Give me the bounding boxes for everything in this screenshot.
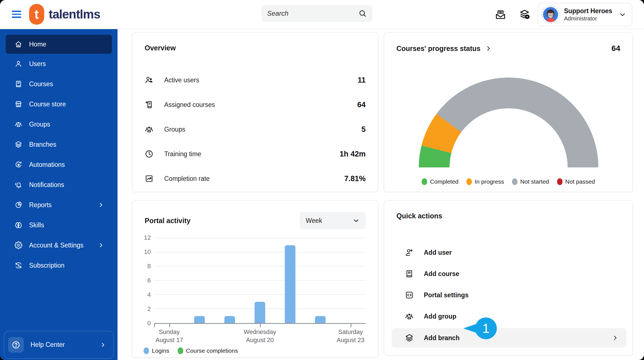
legend-label: Course completions: [186, 347, 238, 354]
portal-activity-card: Portal activity Week 024681012 SundayAug…: [132, 200, 378, 358]
y-axis-tick-label: 6: [147, 277, 151, 284]
quick-action-portal-settings[interactable]: Portal settings: [396, 284, 620, 306]
sidebar-item-users[interactable]: Users: [0, 54, 117, 74]
search-input[interactable]: [267, 10, 358, 17]
branch-switcher-icon[interactable]: [519, 9, 530, 20]
chevron-down-icon: [353, 217, 359, 224]
bar-logins: [285, 245, 295, 323]
chevron-right-icon: [100, 342, 106, 348]
help-tile: [8, 337, 24, 353]
sidebar-item-help-center[interactable]: Help Center: [4, 331, 114, 359]
sidebar-item-subscription[interactable]: $Subscription: [0, 255, 117, 275]
quick-action-add-group[interactable]: Add group: [396, 306, 620, 327]
range-select[interactable]: Week: [300, 212, 366, 229]
quick-action-label: Add course: [424, 270, 459, 278]
sidebar-item-label: Users: [29, 60, 46, 68]
search-box[interactable]: [262, 5, 372, 22]
bar-slot: [184, 238, 215, 323]
logo-mark-icon: t: [29, 4, 44, 25]
quick-action-label: Add group: [424, 313, 456, 320]
bar-logins: [255, 302, 265, 323]
portal-activity-title: Portal activity: [145, 217, 191, 225]
layers-icon: [405, 333, 414, 342]
search-icon[interactable]: [358, 9, 367, 18]
overview-row-training-time: Training time1h 42m: [145, 142, 366, 166]
progress-legend: CompletedIn progressNot startedNot passe…: [384, 178, 633, 185]
x-axis-tick-label: WednesdayAugust 20: [244, 328, 276, 344]
legend-dot: [512, 178, 518, 185]
bar-logins: [315, 316, 326, 323]
assigned-courses-icon: [145, 100, 154, 109]
sidebar-item-automations[interactable]: Automations: [0, 155, 117, 175]
sidebar-item-label: Course store: [29, 100, 66, 108]
legend-dot: [466, 178, 472, 185]
chevron-right-icon: [612, 335, 619, 341]
bell-icon: [15, 181, 22, 189]
overview-row-active-users: Active users11: [145, 68, 366, 92]
sidebar-item-home[interactable]: Home: [6, 35, 112, 54]
legend-item-not-started: Not started: [512, 178, 549, 185]
sidebar: HomeUsersCoursesCourse storeGroupsBranch…: [0, 29, 117, 360]
quick-actions-title: Quick actions: [396, 212, 620, 220]
legend-item-not-passed: Not passed: [557, 178, 595, 185]
sidebar-item-courses[interactable]: Courses: [0, 74, 117, 94]
menu-toggle-button[interactable]: [12, 9, 22, 19]
axis-tick: [351, 324, 351, 327]
progress-title: Courses' progress status: [396, 45, 481, 53]
quick-action-label: Portal settings: [424, 291, 469, 299]
sidebar-item-label: Reports: [29, 201, 52, 209]
sidebar-item-label: Skills: [29, 221, 44, 229]
sidebar-item-groups[interactable]: Groups: [0, 114, 117, 134]
axis-tick: [260, 324, 261, 327]
legend-dot: [144, 347, 149, 354]
sidebar-item-label: Subscription: [29, 262, 65, 269]
clock-icon: [145, 149, 154, 158]
legend-item-in-progress: In progress: [466, 178, 504, 185]
sidebar-item-notifications[interactable]: Notifications: [0, 175, 117, 195]
group-icon: [15, 120, 22, 128]
sidebar-item-account-settings[interactable]: Account & Settings: [0, 235, 117, 255]
home-icon: [15, 40, 22, 48]
pie-icon: [15, 201, 22, 209]
top-bar: t talentlms: [0, 0, 644, 29]
legend-item-logins: Logins: [144, 347, 169, 354]
quick-action-add-user[interactable]: Add user: [396, 242, 620, 263]
portal-activity-legend: LoginsCourse completions: [144, 347, 238, 354]
user-menu[interactable]: Support Heroes Administrator: [538, 3, 632, 26]
bar-slot: [215, 238, 245, 323]
sidebar-item-course-store[interactable]: Course store: [0, 94, 117, 114]
x-axis-tick-label: SaturdayAugust 23: [337, 328, 364, 344]
bar-logins: [224, 316, 235, 323]
progress-total: 64: [612, 44, 620, 53]
user-icon: [15, 60, 22, 68]
range-select-value: Week: [306, 217, 322, 225]
legend-label: Completed: [430, 178, 459, 185]
quick-action-add-course[interactable]: Add course: [396, 263, 620, 284]
bar-slot: [335, 238, 366, 323]
y-axis-tick-label: 0: [147, 320, 151, 327]
overview-card: Overview Active users11Assigned courses6…: [132, 32, 378, 192]
bar-slot: [154, 238, 184, 323]
automation-icon: [15, 161, 22, 169]
overview-row-value: 7.81%: [344, 174, 366, 183]
sidebar-item-branches[interactable]: Branches: [0, 134, 117, 155]
overview-row-value: 64: [357, 100, 366, 109]
logo[interactable]: t talentlms: [29, 4, 100, 25]
progress-title-link[interactable]: Courses' progress status: [396, 45, 492, 53]
overview-row-value: 11: [358, 76, 366, 85]
sidebar-item-label: Account & Settings: [29, 242, 83, 249]
y-axis-tick-label: 4: [147, 291, 151, 298]
active-users-icon: [145, 76, 154, 85]
progress-gauge-chart: [419, 78, 598, 167]
help-center-label: Help Center: [30, 341, 65, 349]
quick-action-add-branch[interactable]: Add branch: [392, 328, 626, 348]
messages-inbox-icon[interactable]: [495, 9, 506, 20]
axis-tick: [154, 324, 155, 327]
sidebar-item-reports[interactable]: Reports: [0, 195, 117, 215]
chevron-right-icon: [485, 45, 492, 52]
layers-icon: [15, 141, 22, 148]
sidebar-item-skills[interactable]: Skills: [0, 215, 117, 235]
group-icon: [405, 312, 414, 321]
legend-dot: [422, 178, 427, 185]
app-window: t talentlms: [0, 0, 644, 360]
